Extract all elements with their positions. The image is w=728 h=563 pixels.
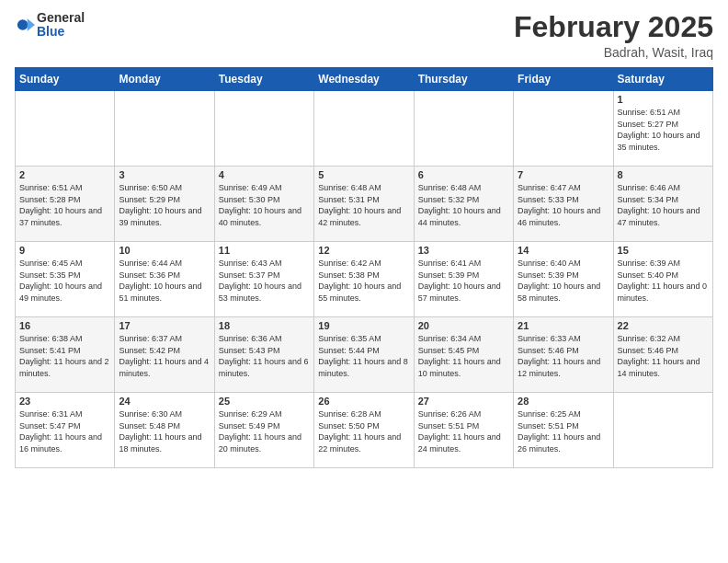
day-info: Sunrise: 6:50 AM Sunset: 5:29 PM Dayligh… <box>119 182 210 228</box>
day-number: 12 <box>318 245 409 256</box>
day-number: 8 <box>618 169 709 180</box>
calendar-cell: 13Sunrise: 6:41 AM Sunset: 5:39 PM Dayli… <box>414 242 513 317</box>
calendar-cell <box>314 91 414 167</box>
day-number: 11 <box>219 245 310 256</box>
calendar-cell: 10Sunrise: 6:44 AM Sunset: 5:36 PM Dayli… <box>115 242 214 317</box>
calendar: Sunday Monday Tuesday Wednesday Thursday… <box>15 67 713 468</box>
calendar-cell: 27Sunrise: 6:26 AM Sunset: 5:51 PM Dayli… <box>414 393 513 468</box>
day-info: Sunrise: 6:51 AM Sunset: 5:28 PM Dayligh… <box>19 182 110 228</box>
day-info: Sunrise: 6:44 AM Sunset: 5:36 PM Dayligh… <box>119 258 210 304</box>
calendar-cell: 9Sunrise: 6:45 AM Sunset: 5:35 PM Daylig… <box>16 242 115 317</box>
title-block: February 2025 Badrah, Wasit, Iraq <box>514 11 713 60</box>
day-number: 13 <box>418 245 509 256</box>
calendar-cell: 11Sunrise: 6:43 AM Sunset: 5:37 PM Dayli… <box>214 242 313 317</box>
calendar-cell: 5Sunrise: 6:48 AM Sunset: 5:31 PM Daylig… <box>314 167 414 242</box>
day-number: 26 <box>318 396 409 407</box>
calendar-cell: 18Sunrise: 6:36 AM Sunset: 5:43 PM Dayli… <box>214 317 313 393</box>
calendar-cell: 17Sunrise: 6:37 AM Sunset: 5:42 PM Dayli… <box>115 317 214 393</box>
day-info: Sunrise: 6:49 AM Sunset: 5:30 PM Dayligh… <box>219 182 310 228</box>
day-info: Sunrise: 6:48 AM Sunset: 5:31 PM Dayligh… <box>318 182 409 228</box>
col-wednesday: Wednesday <box>314 68 414 91</box>
calendar-cell: 26Sunrise: 6:28 AM Sunset: 5:50 PM Dayli… <box>314 393 414 468</box>
day-number: 10 <box>119 245 210 256</box>
calendar-header-row: Sunday Monday Tuesday Wednesday Thursday… <box>16 68 713 91</box>
day-info: Sunrise: 6:39 AM Sunset: 5:40 PM Dayligh… <box>618 258 709 304</box>
day-number: 22 <box>618 320 709 331</box>
day-number: 17 <box>119 320 210 331</box>
location: Badrah, Wasit, Iraq <box>514 45 713 60</box>
calendar-cell: 14Sunrise: 6:40 AM Sunset: 5:39 PM Dayli… <box>514 242 613 317</box>
calendar-week-3: 9Sunrise: 6:45 AM Sunset: 5:35 PM Daylig… <box>16 242 713 317</box>
day-info: Sunrise: 6:32 AM Sunset: 5:46 PM Dayligh… <box>618 333 709 379</box>
day-info: Sunrise: 6:41 AM Sunset: 5:39 PM Dayligh… <box>418 258 509 304</box>
logo-blue: Blue <box>37 25 85 39</box>
calendar-cell: 22Sunrise: 6:32 AM Sunset: 5:46 PM Dayli… <box>613 317 712 393</box>
day-number: 24 <box>119 396 210 407</box>
day-info: Sunrise: 6:31 AM Sunset: 5:47 PM Dayligh… <box>19 408 110 454</box>
svg-point-0 <box>17 20 28 31</box>
col-monday: Monday <box>115 68 214 91</box>
header: General Blue February 2025 Badrah, Wasit… <box>15 11 713 60</box>
day-number: 9 <box>19 245 110 256</box>
day-info: Sunrise: 6:25 AM Sunset: 5:51 PM Dayligh… <box>518 408 609 454</box>
day-info: Sunrise: 6:38 AM Sunset: 5:41 PM Dayligh… <box>19 333 110 379</box>
day-info: Sunrise: 6:51 AM Sunset: 5:27 PM Dayligh… <box>618 107 709 153</box>
calendar-cell: 1Sunrise: 6:51 AM Sunset: 5:27 PM Daylig… <box>613 91 712 167</box>
calendar-cell: 6Sunrise: 6:48 AM Sunset: 5:32 PM Daylig… <box>414 167 513 242</box>
day-number: 2 <box>19 169 110 180</box>
calendar-cell <box>214 91 313 167</box>
day-number: 23 <box>19 396 110 407</box>
calendar-cell <box>115 91 214 167</box>
calendar-cell <box>16 91 115 167</box>
calendar-cell: 24Sunrise: 6:30 AM Sunset: 5:48 PM Dayli… <box>115 393 214 468</box>
day-info: Sunrise: 6:46 AM Sunset: 5:34 PM Dayligh… <box>618 182 709 228</box>
day-number: 7 <box>518 169 609 180</box>
day-info: Sunrise: 6:29 AM Sunset: 5:49 PM Dayligh… <box>219 408 310 454</box>
day-number: 6 <box>418 169 509 180</box>
day-info: Sunrise: 6:47 AM Sunset: 5:33 PM Dayligh… <box>518 182 609 228</box>
day-info: Sunrise: 6:43 AM Sunset: 5:37 PM Dayligh… <box>219 258 310 304</box>
day-number: 27 <box>418 396 509 407</box>
calendar-week-4: 16Sunrise: 6:38 AM Sunset: 5:41 PM Dayli… <box>16 317 713 393</box>
day-info: Sunrise: 6:33 AM Sunset: 5:46 PM Dayligh… <box>518 333 609 379</box>
calendar-week-1: 1Sunrise: 6:51 AM Sunset: 5:27 PM Daylig… <box>16 91 713 167</box>
day-info: Sunrise: 6:30 AM Sunset: 5:48 PM Dayligh… <box>119 408 210 454</box>
day-number: 15 <box>618 245 709 256</box>
day-number: 25 <box>219 396 310 407</box>
day-info: Sunrise: 6:42 AM Sunset: 5:38 PM Dayligh… <box>318 258 409 304</box>
calendar-cell: 3Sunrise: 6:50 AM Sunset: 5:29 PM Daylig… <box>115 167 214 242</box>
calendar-cell: 25Sunrise: 6:29 AM Sunset: 5:49 PM Dayli… <box>214 393 313 468</box>
calendar-cell: 12Sunrise: 6:42 AM Sunset: 5:38 PM Dayli… <box>314 242 414 317</box>
calendar-cell: 20Sunrise: 6:34 AM Sunset: 5:45 PM Dayli… <box>414 317 513 393</box>
logo: General Blue <box>15 11 85 40</box>
col-friday: Friday <box>514 68 613 91</box>
col-saturday: Saturday <box>613 68 712 91</box>
day-info: Sunrise: 6:26 AM Sunset: 5:51 PM Dayligh… <box>418 408 509 454</box>
calendar-cell: 21Sunrise: 6:33 AM Sunset: 5:46 PM Dayli… <box>514 317 613 393</box>
day-info: Sunrise: 6:34 AM Sunset: 5:45 PM Dayligh… <box>418 333 509 379</box>
col-tuesday: Tuesday <box>214 68 313 91</box>
day-info: Sunrise: 6:45 AM Sunset: 5:35 PM Dayligh… <box>19 258 110 304</box>
calendar-cell: 7Sunrise: 6:47 AM Sunset: 5:33 PM Daylig… <box>514 167 613 242</box>
day-info: Sunrise: 6:48 AM Sunset: 5:32 PM Dayligh… <box>418 182 509 228</box>
day-number: 28 <box>518 396 609 407</box>
day-number: 4 <box>219 169 310 180</box>
calendar-cell: 16Sunrise: 6:38 AM Sunset: 5:41 PM Dayli… <box>16 317 115 393</box>
day-number: 16 <box>19 320 110 331</box>
day-number: 3 <box>119 169 210 180</box>
svg-marker-1 <box>28 19 35 31</box>
calendar-cell: 28Sunrise: 6:25 AM Sunset: 5:51 PM Dayli… <box>514 393 613 468</box>
day-number: 18 <box>219 320 310 331</box>
calendar-cell <box>414 91 513 167</box>
calendar-cell: 23Sunrise: 6:31 AM Sunset: 5:47 PM Dayli… <box>16 393 115 468</box>
col-thursday: Thursday <box>414 68 513 91</box>
logo-icon <box>17 16 35 34</box>
calendar-cell <box>613 393 712 468</box>
calendar-week-2: 2Sunrise: 6:51 AM Sunset: 5:28 PM Daylig… <box>16 167 713 242</box>
calendar-cell <box>514 91 613 167</box>
logo-general: General <box>37 11 85 25</box>
day-number: 21 <box>518 320 609 331</box>
day-info: Sunrise: 6:28 AM Sunset: 5:50 PM Dayligh… <box>318 408 409 454</box>
day-number: 14 <box>518 245 609 256</box>
calendar-week-5: 23Sunrise: 6:31 AM Sunset: 5:47 PM Dayli… <box>16 393 713 468</box>
